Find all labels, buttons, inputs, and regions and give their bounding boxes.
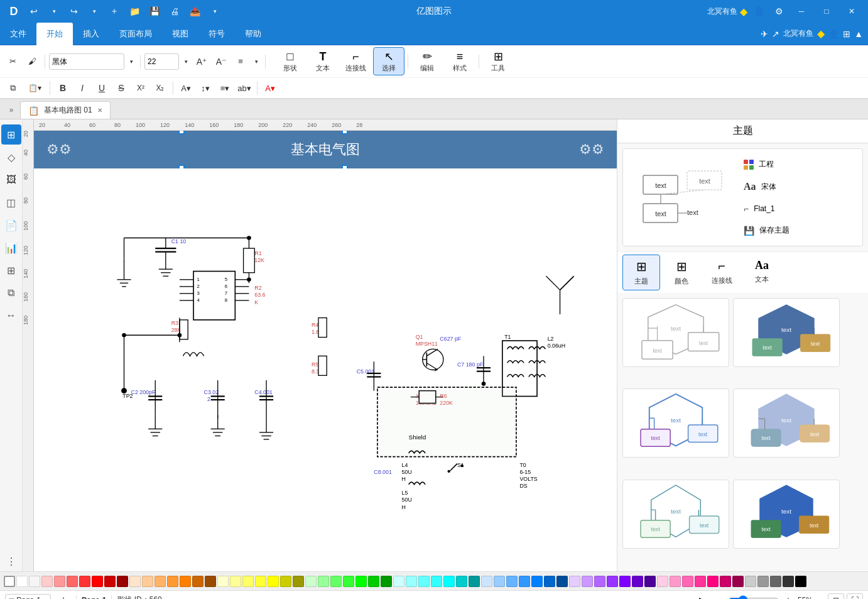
menu-symbol[interactable]: 符号 xyxy=(198,23,235,45)
tab-circuit01[interactable]: 📋 基本电路图 01 ✕ xyxy=(20,101,111,119)
zoom-dropdown[interactable]: ▾ xyxy=(815,592,825,600)
color-swatch[interactable] xyxy=(29,576,40,587)
rs-theme-btn[interactable]: ⊞ xyxy=(1,124,21,145)
color-swatch[interactable] xyxy=(644,576,656,587)
color-swatch[interactable] xyxy=(582,576,593,587)
color-swatch[interactable] xyxy=(607,576,618,587)
color-swatch[interactable] xyxy=(142,576,153,587)
save-btn[interactable]: 💾 xyxy=(146,3,163,20)
color-swatch[interactable] xyxy=(632,576,643,587)
color-swatch[interactable] xyxy=(155,576,166,587)
color-swatch[interactable] xyxy=(205,576,216,587)
rs-group-btn[interactable]: ⧉ xyxy=(1,283,21,303)
text-group[interactable]: T 文本 xyxy=(307,48,339,75)
menu-help[interactable]: 帮助 xyxy=(235,23,271,45)
color-swatch[interactable] xyxy=(305,576,317,587)
shape-group[interactable]: □ 形状 xyxy=(274,48,306,75)
color-swatch[interactable] xyxy=(255,576,266,587)
color-swatch[interactable] xyxy=(431,576,442,587)
rs-table-btn[interactable]: ⊞ xyxy=(1,260,21,280)
color-swatch[interactable] xyxy=(67,576,78,587)
color-swatch[interactable] xyxy=(443,576,455,587)
color-swatch[interactable] xyxy=(556,576,568,587)
menu-layout[interactable]: 页面布局 xyxy=(109,23,162,45)
redo-dropdown[interactable]: ▾ xyxy=(85,3,103,20)
color-swatch[interactable] xyxy=(192,576,203,587)
tab-theme[interactable]: ⊞ 主题 xyxy=(622,255,660,290)
zoom-out-btn[interactable]: － xyxy=(712,593,726,600)
redo-btn[interactable]: ↪ xyxy=(65,3,83,20)
color-swatch[interactable] xyxy=(167,576,178,587)
tab-text-style[interactable]: Aa 文本 xyxy=(743,255,781,290)
color-swatch[interactable] xyxy=(544,576,555,587)
color-swatch[interactable] xyxy=(230,576,241,587)
style-card-3[interactable]: text text text xyxy=(622,388,729,458)
color-swatch[interactable] xyxy=(393,576,404,587)
minimize-btn[interactable]: ─ xyxy=(790,3,813,20)
color-swatch[interactable] xyxy=(79,576,90,587)
close-btn[interactable]: ✕ xyxy=(840,3,863,20)
style-card-2[interactable]: text text text xyxy=(733,298,840,367)
style-card-5[interactable]: text text text xyxy=(622,480,729,549)
color-swatch[interactable] xyxy=(720,576,731,587)
rs-chart-btn[interactable]: 📊 xyxy=(1,238,21,258)
color-swatch[interactable] xyxy=(418,576,430,587)
undo-btn[interactable]: ↩ xyxy=(25,3,43,20)
align-dropdown[interactable]: ▾ xyxy=(251,53,261,70)
user-avatar[interactable]: 👤 xyxy=(750,3,768,20)
menu-expand-icon[interactable]: ▲ xyxy=(854,29,863,39)
textstyle-btn[interactable]: A▾ xyxy=(177,80,195,96)
font-size-inc[interactable]: A⁺ xyxy=(193,53,210,70)
underline-btn[interactable]: U xyxy=(93,80,111,96)
maximize-btn[interactable]: □ xyxy=(815,3,838,20)
color-swatch[interactable] xyxy=(783,576,794,587)
color-swatch[interactable] xyxy=(268,576,279,587)
export-btn[interactable]: 📤 xyxy=(186,3,203,20)
color-swatch[interactable] xyxy=(104,576,116,587)
fullscreen-btn[interactable]: ⛶ xyxy=(847,593,863,600)
rs-layers-btn[interactable]: ◫ xyxy=(1,192,21,212)
color-swatch[interactable] xyxy=(129,576,141,587)
color-swatch[interactable] xyxy=(41,576,53,587)
color-swatch[interactable] xyxy=(117,576,128,587)
menu-insert[interactable]: 插入 xyxy=(73,23,109,45)
color-swatch[interactable] xyxy=(92,576,103,587)
engineering-option[interactable]: 工程 xyxy=(741,157,855,172)
tab-close[interactable]: ✕ xyxy=(97,107,102,114)
color-swatch[interactable] xyxy=(569,576,580,587)
color-swatch[interactable] xyxy=(770,576,781,587)
align-btn[interactable]: ≡ xyxy=(232,53,249,70)
color-swatch[interactable] xyxy=(531,576,543,587)
apps-icon[interactable]: ⊞ xyxy=(843,29,850,39)
rs-page-btn[interactable]: 📄 xyxy=(1,215,21,235)
share-icon[interactable]: ↗ xyxy=(772,29,779,39)
color-swatch[interactable] xyxy=(732,576,744,587)
font-select[interactable]: 黑体 宋体 微软雅黑 xyxy=(49,53,124,70)
menu-file[interactable]: 文件 xyxy=(0,23,36,45)
tab-color[interactable]: ⊞ 颜色 xyxy=(663,255,700,290)
color-swatch[interactable] xyxy=(217,576,229,587)
color-swatch[interactable] xyxy=(280,576,291,587)
color-swatch[interactable] xyxy=(707,576,719,587)
select-group[interactable]: ↖ 选择 xyxy=(373,47,404,75)
color-swatch[interactable] xyxy=(795,576,806,587)
color-swatch[interactable] xyxy=(456,576,467,587)
songti-option[interactable]: Aa 宋体 xyxy=(741,179,855,195)
color-swatch[interactable] xyxy=(469,576,480,587)
color-swatch[interactable] xyxy=(54,576,65,587)
no-fill-swatch[interactable] xyxy=(4,576,15,587)
add-page-btn[interactable]: ＋ xyxy=(56,592,71,600)
superscript-btn[interactable]: X² xyxy=(132,80,149,96)
color-swatch[interactable] xyxy=(481,576,492,587)
color-swatch[interactable] xyxy=(657,576,668,587)
color-swatch[interactable] xyxy=(343,576,354,587)
color-swatch[interactable] xyxy=(330,576,342,587)
color-swatch[interactable] xyxy=(318,576,329,587)
page-dropdown[interactable]: ▾ xyxy=(43,597,46,600)
fit-page-btn[interactable]: ⊡ xyxy=(828,593,844,600)
strikethrough-btn[interactable]: S xyxy=(112,80,130,96)
connector-group[interactable]: ⌐ 连接线 xyxy=(340,48,372,75)
font-size-dropdown[interactable]: ▾ xyxy=(181,53,191,70)
save-theme-option[interactable]: 💾 保存主题 xyxy=(741,223,855,238)
rs-image-btn[interactable]: 🖼 xyxy=(1,170,21,190)
